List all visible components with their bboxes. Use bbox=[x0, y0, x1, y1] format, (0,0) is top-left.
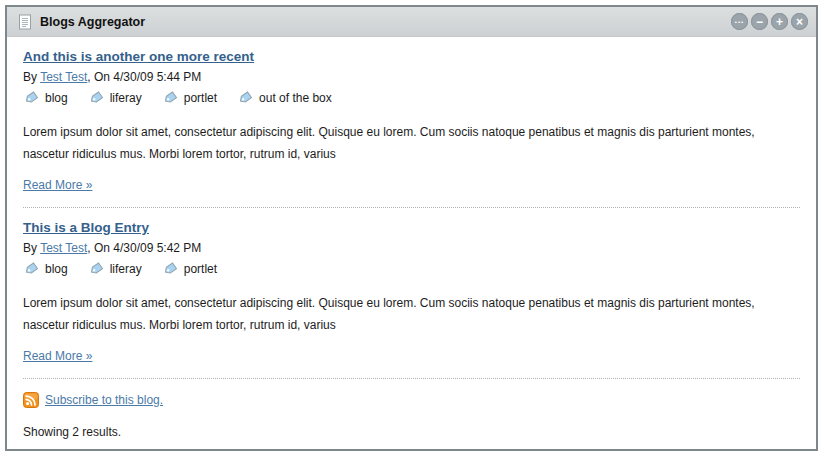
portlet-footer: Subscribe to this blog. Showing 2 result… bbox=[23, 379, 800, 439]
tag-liferay[interactable]: liferay bbox=[88, 261, 142, 277]
portlet-title: Blogs Aggregator bbox=[40, 15, 145, 29]
blog-entry: And this is another one more recent By T… bbox=[23, 37, 800, 207]
entry-byline: By Test Test, On 4/30/09 5:42 PM bbox=[23, 241, 800, 255]
tag-icon bbox=[88, 90, 104, 106]
byline-posted: , On 4/30/09 5:44 PM bbox=[87, 70, 201, 84]
entry-tags: blog liferay portlet bbox=[23, 261, 800, 277]
read-more-link[interactable]: Read More » bbox=[23, 349, 92, 363]
tag-label: blog bbox=[45, 91, 68, 105]
byline-by: By bbox=[23, 241, 40, 255]
read-more-link[interactable]: Read More » bbox=[23, 178, 92, 192]
byline-posted: , On 4/30/09 5:42 PM bbox=[87, 241, 201, 255]
tag-label: portlet bbox=[184, 262, 217, 276]
tag-portlet[interactable]: portlet bbox=[162, 261, 217, 277]
subscribe-row: Subscribe to this blog. bbox=[23, 392, 800, 408]
document-icon bbox=[17, 14, 33, 30]
subscribe-link[interactable]: Subscribe to this blog. bbox=[45, 393, 163, 407]
results-count: Showing 2 results. bbox=[23, 425, 800, 439]
blogs-aggregator-portlet: Blogs Aggregator ••• − + × And this is a… bbox=[5, 5, 818, 451]
tag-label: liferay bbox=[110, 262, 142, 276]
tag-icon bbox=[88, 261, 104, 277]
portlet-controls: ••• − + × bbox=[731, 13, 808, 30]
tag-icon bbox=[162, 90, 178, 106]
tag-label: blog bbox=[45, 262, 68, 276]
tag-out-of-the-box[interactable]: out of the box bbox=[237, 90, 332, 106]
entry-byline: By Test Test, On 4/30/09 5:44 PM bbox=[23, 70, 800, 84]
entry-title-link[interactable]: This is a Blog Entry bbox=[23, 220, 149, 235]
tag-blog[interactable]: blog bbox=[23, 261, 68, 277]
tag-label: liferay bbox=[110, 91, 142, 105]
entry-tags: blog liferay portlet bbox=[23, 90, 800, 106]
tag-icon bbox=[23, 90, 39, 106]
author-link[interactable]: Test Test bbox=[40, 241, 87, 255]
options-icon[interactable]: ••• bbox=[731, 13, 748, 30]
rss-icon[interactable] bbox=[23, 392, 39, 408]
portlet-body: And this is another one more recent By T… bbox=[7, 37, 816, 449]
byline-by: By bbox=[23, 70, 40, 84]
tag-liferay[interactable]: liferay bbox=[88, 90, 142, 106]
tag-icon bbox=[162, 261, 178, 277]
minimize-icon[interactable]: − bbox=[751, 13, 768, 30]
portlet-header: Blogs Aggregator ••• − + × bbox=[7, 7, 816, 37]
tag-icon bbox=[237, 90, 253, 106]
tag-label: portlet bbox=[184, 91, 217, 105]
tag-portlet[interactable]: portlet bbox=[162, 90, 217, 106]
close-icon[interactable]: × bbox=[791, 13, 808, 30]
maximize-icon[interactable]: + bbox=[771, 13, 788, 30]
entry-body-text: Lorem ipsum dolor sit amet, consectetur … bbox=[23, 292, 800, 336]
tag-blog[interactable]: blog bbox=[23, 90, 68, 106]
entry-body-text: Lorem ipsum dolor sit amet, consectetur … bbox=[23, 121, 800, 165]
blog-entry: This is a Blog Entry By Test Test, On 4/… bbox=[23, 208, 800, 378]
tag-icon bbox=[23, 261, 39, 277]
page: Blogs Aggregator ••• − + × And this is a… bbox=[0, 0, 824, 457]
author-link[interactable]: Test Test bbox=[40, 70, 87, 84]
tag-label: out of the box bbox=[259, 91, 332, 105]
entry-title-link[interactable]: And this is another one more recent bbox=[23, 49, 254, 64]
